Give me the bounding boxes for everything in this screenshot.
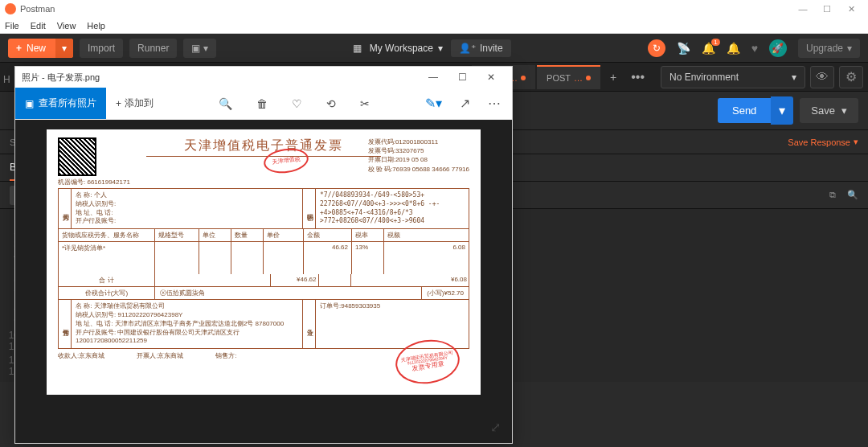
seller-section-label: 销售方 <box>59 300 72 348</box>
crypt-section-label: 密码区 <box>303 189 316 228</box>
invoice-document: 天津增值税电子普通发票 天津增值税 发票代码:012001800311 发票号码… <box>47 129 481 395</box>
menu-edit[interactable]: Edit <box>31 21 46 31</box>
view-all-label: 查看所有照片 <box>39 96 96 110</box>
copy-response-icon[interactable]: ⧉ <box>829 190 836 200</box>
environment-selector[interactable]: No Environment ▾ <box>661 66 805 88</box>
photos-minimize-button[interactable]: — <box>419 72 448 83</box>
environment-name: No Environment <box>669 72 739 83</box>
workspace-name: My Workspace <box>370 43 433 54</box>
items-header: 货物或应税劳务、服务名称 规格型号 单位 数量 单价 金额 税率 税额 <box>59 229 469 242</box>
expand-icon[interactable]: ⤢ <box>490 420 501 435</box>
sync-icon[interactable]: ↻ <box>648 39 665 57</box>
new-dropdown-caret[interactable]: ▾ <box>55 39 73 58</box>
chevron-down-icon: ▾ <box>847 43 852 54</box>
notifications-button[interactable]: 🔔 1 <box>702 42 715 55</box>
save-label: Save <box>811 105 835 117</box>
workspace-grid-icon: ▦ <box>353 43 362 54</box>
buyer-section-label: 购买方 <box>59 189 72 228</box>
invoice-main-box: 购买方 名 称: 个人 纳税人识别号: 地 址、电 话: 开户行及账号: 密码区… <box>58 188 469 349</box>
add-tab-button[interactable]: + <box>602 71 624 84</box>
satellite-icon[interactable]: 📡 <box>677 42 690 55</box>
chevron-down-icon: ▾ <box>854 137 858 147</box>
upgrade-label: Upgrade <box>806 43 843 54</box>
add-to-button[interactable]: + 添加到 <box>106 96 163 110</box>
workspace-selector[interactable]: My Workspace ▾ <box>370 43 443 54</box>
tab-method: POST <box>547 73 571 83</box>
menu-file[interactable]: File <box>5 21 19 31</box>
zoom-icon[interactable]: 🔍 <box>219 97 232 110</box>
remark-section-label: 备注 <box>303 300 316 348</box>
view-all-photos-button[interactable]: ▣ 查看所有照片 <box>15 88 106 119</box>
menu-bar: File Edit View Help <box>0 18 868 34</box>
request-tab-active[interactable]: POST … <box>537 65 600 89</box>
crypt-text: *7//048893934-/649-<580>53+ 227268<07//4… <box>316 189 469 228</box>
bootcamp-icon[interactable]: 🚀 <box>769 39 787 57</box>
unsaved-dot-icon <box>586 76 591 80</box>
menu-help[interactable]: Help <box>87 21 105 31</box>
gallery-icon: ▣ <box>25 98 34 109</box>
capture-button[interactable]: ▣ ▾ <box>183 39 215 58</box>
runner-button[interactable]: Runner <box>129 39 177 58</box>
photos-viewer-window: 照片 - 电子发票.png — ☐ ✕ ▣ 查看所有照片 + 添加到 🔍 🗑 ♡… <box>14 66 513 444</box>
invite-button[interactable]: 👤⁺ Invite <box>451 39 511 57</box>
rotate-icon[interactable]: ⟲ <box>326 97 336 110</box>
plus-icon: + <box>116 98 121 109</box>
seller-info: 名 称: 天津瑞佳讯贸易有限公司 纳税人识别号: 911202220796423… <box>72 300 303 348</box>
invoice-metadata: 发票代码:012001800311 发票号码:33207675 开票日期:201… <box>368 137 469 174</box>
more-icon[interactable]: ⋯ <box>488 96 501 111</box>
photos-title-bar[interactable]: 照片 - 电子发票.png — ☐ ✕ <box>15 67 512 88</box>
edit-icon[interactable]: ✎▾ <box>425 96 442 111</box>
postman-logo-icon <box>5 3 16 14</box>
photos-window-title: 照片 - 电子发票.png <box>22 72 100 84</box>
settings-gear-button[interactable]: ⚙ <box>839 66 863 88</box>
tab-ellipsis: … <box>574 73 583 83</box>
app-title-bar: Postman — ☐ ✕ <box>0 0 868 18</box>
add-to-label: 添加到 <box>125 96 154 110</box>
environment-quicklook-button[interactable]: 👁 <box>810 66 834 88</box>
save-button[interactable]: Save ▾ <box>800 98 858 123</box>
tab-options-button[interactable]: ••• <box>624 70 651 84</box>
alert-icon[interactable]: 🔔 <box>727 42 740 55</box>
qr-code-icon <box>58 137 96 176</box>
send-button[interactable]: Send <box>718 98 771 123</box>
crop-icon[interactable]: ✂ <box>360 97 370 110</box>
person-plus-icon: 👤⁺ <box>459 43 476 54</box>
unsaved-dot-icon <box>521 76 526 80</box>
delete-icon[interactable]: 🗑 <box>256 97 268 110</box>
new-label: New <box>27 43 46 54</box>
save-response-label: Save Response <box>788 137 850 147</box>
invite-label: Invite <box>480 43 503 54</box>
chevron-down-icon: ▾ <box>792 72 796 83</box>
amount-in-words-row: 价税合计(大写) ⓧ伍拾贰圆柒角 (小写)¥52.70 <box>59 287 469 300</box>
new-button[interactable]: + New ▾ <box>8 39 73 58</box>
photos-maximize-button[interactable]: ☐ <box>448 72 477 83</box>
items-sum-row: 合 计 ¥46.62 ¥6.08 <box>59 274 469 287</box>
share-icon[interactable]: ↗ <box>460 96 470 111</box>
buyer-info: 名 称: 个人 纳税人识别号: 地 址、电 话: 开户行及账号: <box>72 189 303 228</box>
window-close-button[interactable]: ✕ <box>839 4 863 14</box>
window-maximize-button[interactable]: ☐ <box>815 4 839 14</box>
history-letter: H <box>3 74 10 85</box>
remark-text: 订单号:94859303935 <box>316 300 469 348</box>
save-response-button[interactable]: Save Response ▾ <box>788 137 858 147</box>
items-row: *详见销货清单* 46.62 13% 6.08 <box>59 242 469 274</box>
photos-toolbar: ▣ 查看所有照片 + 添加到 🔍 🗑 ♡ ⟲ ✂ ✎▾ ↗ ⋯ <box>15 88 512 120</box>
favorite-icon[interactable]: ♡ <box>292 97 302 110</box>
chevron-down-icon: ▾ <box>438 43 443 54</box>
window-minimize-button[interactable]: — <box>791 4 815 14</box>
photos-close-button[interactable]: ✕ <box>477 72 506 83</box>
heart-icon[interactable]: ♥ <box>751 42 758 55</box>
photos-canvas[interactable]: 天津增值税电子普通发票 天津增值税 发票代码:012001800311 发票号码… <box>15 120 512 443</box>
search-response-icon[interactable]: 🔍 <box>847 190 858 200</box>
main-toolbar: + New ▾ Import Runner ▣ ▾ ▦ My Workspace… <box>0 34 868 63</box>
import-button[interactable]: Import <box>80 39 123 58</box>
chevron-down-icon: ▾ <box>841 105 847 117</box>
send-dropdown-button[interactable]: ▾ <box>771 96 793 125</box>
notification-badge: 1 <box>711 39 719 46</box>
menu-view[interactable]: View <box>57 21 76 31</box>
plus-icon: + <box>16 43 22 54</box>
upgrade-button[interactable]: Upgrade ▾ <box>798 39 860 58</box>
app-title: Postman <box>20 4 55 14</box>
